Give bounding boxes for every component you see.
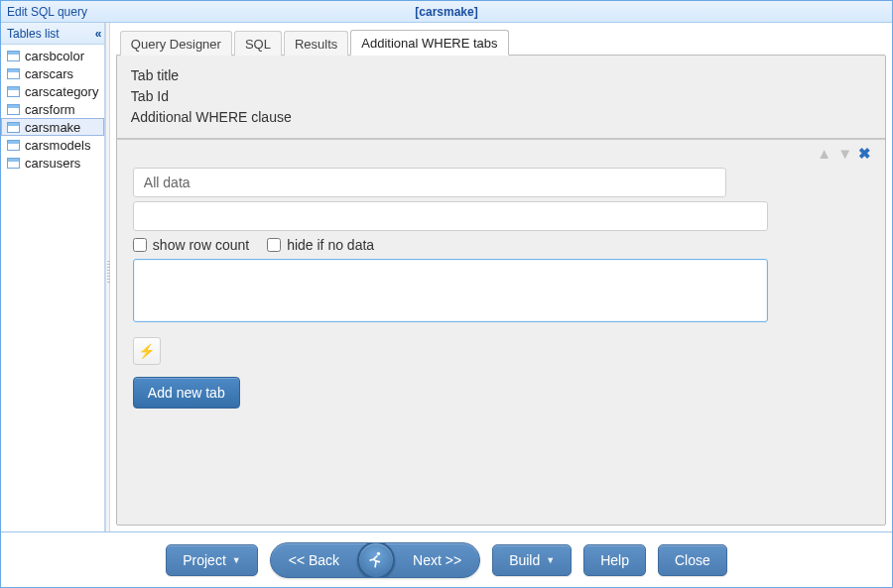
table-item-carsusers[interactable]: carsusers bbox=[1, 154, 104, 172]
back-button[interactable]: << Back bbox=[271, 544, 357, 576]
where-clause-textarea[interactable] bbox=[133, 259, 768, 322]
header-line-3: Additional WHERE clause bbox=[131, 107, 871, 128]
main-area: Query DesignerSQLResultsAdditional WHERE… bbox=[110, 23, 892, 531]
add-new-tab-button[interactable]: Add new tab bbox=[133, 377, 240, 409]
header-line-1: Tab title bbox=[131, 65, 871, 86]
tab-title-input[interactable] bbox=[133, 168, 726, 197]
nav-pill: << Back Next >> bbox=[270, 542, 480, 578]
bolt-icon: ⚡ bbox=[138, 343, 155, 359]
table-icon bbox=[7, 68, 20, 79]
table-item-label: carsmodels bbox=[25, 138, 90, 153]
entry-toolbar: ▲ ▼ ✖ bbox=[817, 146, 871, 161]
collapse-sidebar-icon[interactable]: « bbox=[95, 27, 99, 41]
tab-id-input[interactable] bbox=[133, 201, 768, 231]
table-icon bbox=[7, 140, 20, 151]
help-button[interactable]: Help bbox=[583, 544, 646, 576]
additional-where-panel: Tab title Tab Id Additional WHERE clause… bbox=[116, 55, 886, 526]
table-item-label: carsform bbox=[25, 102, 75, 117]
remove-entry-icon[interactable]: ✖ bbox=[858, 146, 871, 161]
table-icon bbox=[7, 158, 20, 169]
table-item-carsbcolor[interactable]: carsbcolor bbox=[1, 47, 104, 64]
table-item-label: carscategory bbox=[25, 84, 98, 99]
show-row-count-checkbox[interactable] bbox=[133, 238, 147, 252]
table-item-label: carscars bbox=[25, 66, 73, 81]
checkbox-row: show row count hide if no data bbox=[133, 237, 869, 253]
project-button-label: Project bbox=[183, 552, 226, 568]
help-button-label: Help bbox=[600, 552, 629, 568]
run-button[interactable] bbox=[357, 542, 395, 578]
hide-if-no-data-text: hide if no data bbox=[287, 237, 374, 253]
hide-if-no-data-checkbox[interactable] bbox=[267, 238, 281, 252]
svg-point-0 bbox=[377, 551, 380, 554]
table-item-label: carsmake bbox=[25, 120, 80, 135]
sidebar: Tables list « carsbcolorcarscarscarscate… bbox=[1, 23, 105, 531]
tables-list: carsbcolorcarscarscarscategorycarsformca… bbox=[1, 45, 104, 531]
hide-if-no-data-label[interactable]: hide if no data bbox=[267, 237, 374, 253]
titlebar-center-label: [carsmake] bbox=[1, 5, 892, 19]
move-up-icon[interactable]: ▲ bbox=[817, 146, 831, 161]
tab-query-designer[interactable]: Query Designer bbox=[120, 31, 232, 56]
show-row-count-label[interactable]: show row count bbox=[133, 237, 249, 253]
footer: Project ▼ << Back Next >> Build ▼ Help C… bbox=[1, 531, 892, 587]
build-button[interactable]: Build ▼ bbox=[492, 544, 572, 576]
tab-additional-where-tabs[interactable]: Additional WHERE tabs bbox=[350, 30, 508, 56]
body: Tables list « carsbcolorcarscarscarscate… bbox=[1, 23, 892, 531]
project-button[interactable]: Project ▼ bbox=[166, 544, 258, 576]
sidebar-title: Tables list bbox=[7, 27, 60, 41]
show-row-count-text: show row count bbox=[153, 237, 249, 253]
table-item-carsmodels[interactable]: carsmodels bbox=[1, 136, 104, 154]
table-icon bbox=[7, 104, 20, 115]
panel-body: ▲ ▼ ✖ show row count hide if no bbox=[117, 140, 885, 525]
next-button[interactable]: Next >> bbox=[395, 544, 479, 576]
close-button[interactable]: Close bbox=[658, 544, 727, 576]
caret-down-icon: ▼ bbox=[232, 555, 241, 565]
splitter[interactable] bbox=[105, 23, 109, 531]
move-down-icon[interactable]: ▼ bbox=[837, 146, 852, 161]
close-button-label: Close bbox=[675, 552, 710, 568]
caret-down-icon: ▼ bbox=[546, 555, 555, 565]
table-item-carsmake[interactable]: carsmake bbox=[1, 118, 104, 136]
tab-strip: Query DesignerSQLResultsAdditional WHERE… bbox=[116, 27, 886, 55]
build-button-label: Build bbox=[509, 552, 540, 568]
app-window: Edit SQL query [carsmake] Tables list « … bbox=[0, 0, 893, 588]
table-item-carscars[interactable]: carscars bbox=[1, 64, 104, 82]
titlebar: Edit SQL query [carsmake] bbox=[1, 1, 892, 23]
sidebar-header: Tables list « bbox=[1, 23, 104, 45]
table-item-label: carsusers bbox=[25, 156, 80, 171]
table-item-carsform[interactable]: carsform bbox=[1, 100, 104, 118]
table-icon bbox=[7, 51, 20, 61]
panel-header: Tab title Tab Id Additional WHERE clause bbox=[117, 56, 885, 140]
bolt-button[interactable]: ⚡ bbox=[133, 337, 161, 365]
runner-icon bbox=[366, 550, 386, 570]
table-item-carscategory[interactable]: carscategory bbox=[1, 82, 104, 100]
tab-results[interactable]: Results bbox=[284, 31, 348, 56]
header-line-2: Tab Id bbox=[131, 86, 871, 107]
table-icon bbox=[7, 122, 20, 133]
table-item-label: carsbcolor bbox=[25, 49, 84, 63]
table-icon bbox=[7, 86, 20, 97]
tab-sql[interactable]: SQL bbox=[234, 31, 282, 56]
